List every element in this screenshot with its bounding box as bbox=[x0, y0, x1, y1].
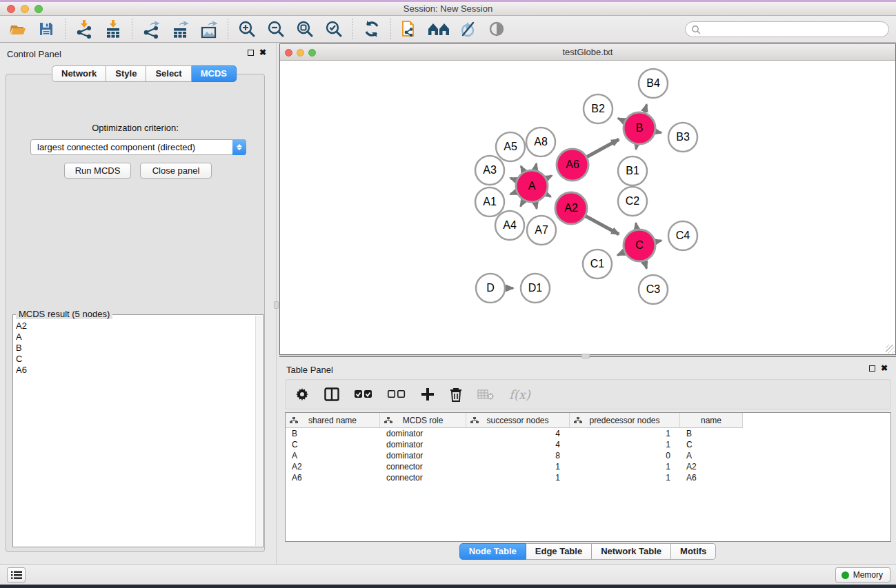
checked-boxes-icon bbox=[355, 390, 372, 398]
gear-icon bbox=[295, 387, 309, 401]
result-list-item[interactable]: B bbox=[16, 343, 253, 354]
export-image-icon bbox=[199, 19, 219, 39]
add-column-button[interactable] bbox=[421, 384, 435, 405]
edge-A2-C[interactable] bbox=[586, 216, 619, 234]
tab-node-table[interactable]: Node Table bbox=[459, 543, 526, 560]
refresh-view-button[interactable] bbox=[360, 18, 384, 40]
table-row[interactable]: Cdominator41C bbox=[286, 439, 890, 450]
tab-motifs[interactable]: Motifs bbox=[671, 543, 716, 560]
close-panel-button[interactable]: Close panel bbox=[140, 163, 212, 179]
table-divider-handle[interactable] bbox=[581, 354, 590, 358]
float-panel-icon[interactable] bbox=[248, 50, 254, 56]
function-builder-button[interactable]: f(x) bbox=[509, 384, 530, 405]
zoom-in-button[interactable] bbox=[235, 18, 259, 40]
edge-A-A7[interactable] bbox=[535, 202, 537, 208]
edge-B-B4[interactable] bbox=[644, 105, 647, 112]
edge-A-A1[interactable] bbox=[510, 192, 517, 194]
search-box[interactable] bbox=[685, 21, 889, 37]
table-row[interactable]: Adominator80A bbox=[286, 450, 890, 461]
show-task-history-button[interactable] bbox=[7, 567, 26, 582]
edge-B-B2[interactable] bbox=[618, 119, 624, 121]
edge-A-A6[interactable] bbox=[546, 176, 552, 179]
result-list-item[interactable]: A2 bbox=[16, 321, 253, 332]
minimize-window-icon[interactable] bbox=[21, 5, 29, 13]
edge-A-A3[interactable] bbox=[510, 178, 517, 180]
result-list-item[interactable]: A6 bbox=[16, 365, 253, 376]
tab-style[interactable]: Style bbox=[106, 65, 146, 82]
edge-C-C2[interactable] bbox=[636, 223, 637, 230]
copy-network-button[interactable] bbox=[398, 18, 421, 40]
edge-A-A2[interactable] bbox=[546, 194, 550, 197]
node-label-B3: B3 bbox=[676, 131, 690, 143]
table-cell: A bbox=[286, 450, 380, 461]
run-mcds-button[interactable]: Run MCDS bbox=[64, 163, 131, 179]
tab-network-table[interactable]: Network Table bbox=[592, 543, 671, 560]
edge-A-A5[interactable] bbox=[521, 166, 524, 172]
column-header-name[interactable]: name bbox=[680, 413, 743, 428]
result-list-item[interactable]: A bbox=[16, 332, 253, 343]
tab-network[interactable]: Network bbox=[52, 65, 106, 82]
edge-A6-B[interactable] bbox=[587, 139, 619, 156]
column-header-successor-nodes[interactable]: successor nodes bbox=[466, 413, 570, 428]
show-columns-button[interactable] bbox=[324, 384, 339, 405]
zoom-out-button[interactable] bbox=[264, 18, 288, 40]
table-cell: A2 bbox=[286, 461, 380, 472]
table-row[interactable]: A2connector11A2 bbox=[286, 461, 890, 472]
result-scrollbar[interactable] bbox=[255, 316, 262, 546]
edge-A-A4[interactable] bbox=[521, 201, 524, 206]
network-minimize-icon[interactable] bbox=[297, 49, 304, 57]
result-list-item[interactable]: C bbox=[16, 354, 253, 365]
home-views-button[interactable] bbox=[427, 18, 450, 40]
edge-B-B1[interactable] bbox=[636, 145, 637, 150]
tab-edge-table[interactable]: Edge Table bbox=[526, 543, 592, 560]
network-canvas[interactable]: B4B2BB3A5A8A6A3B1AA1C2A2A4A7C4CC1C3DD1 bbox=[280, 61, 895, 355]
show-hide-panels-button[interactable] bbox=[485, 18, 508, 40]
table-row[interactable]: Bdominator41B bbox=[286, 428, 890, 439]
open-session-button[interactable] bbox=[6, 18, 29, 40]
node-label-C4: C4 bbox=[676, 230, 690, 241]
resize-grip-icon[interactable] bbox=[886, 345, 895, 354]
close-window-icon[interactable] bbox=[7, 5, 15, 13]
delete-column-button[interactable] bbox=[450, 384, 462, 405]
mcds-result-box: MCDS result (5 nodes) A2ABCA6 bbox=[12, 314, 263, 547]
import-table-button[interactable] bbox=[101, 18, 125, 40]
column-header-shared-name[interactable]: shared name bbox=[286, 413, 380, 428]
zoom-selected-button[interactable] bbox=[322, 18, 346, 40]
close-panel-icon[interactable]: ✖ bbox=[259, 49, 266, 56]
edge-A-A8[interactable] bbox=[535, 163, 537, 170]
export-table-button[interactable] bbox=[168, 18, 192, 40]
column-header-predecessor-nodes[interactable]: predecessor nodes bbox=[570, 413, 680, 428]
network-close-icon[interactable] bbox=[285, 49, 292, 57]
deselect-all-rows-button[interactable] bbox=[388, 384, 406, 405]
network-maximize-icon[interactable] bbox=[308, 49, 316, 57]
table-row[interactable]: A6connector11A6 bbox=[286, 472, 890, 483]
export-image-button[interactable] bbox=[197, 18, 221, 40]
mcds-result-list[interactable]: A2ABCA6 bbox=[16, 321, 253, 544]
control-panel-title: Control Panel bbox=[7, 49, 61, 59]
select-all-rows-button[interactable] bbox=[355, 384, 372, 405]
optimization-criterion-select[interactable]: largest connected component (directed) bbox=[30, 139, 246, 155]
save-session-button[interactable] bbox=[34, 18, 58, 40]
hide-graphics-button[interactable] bbox=[456, 18, 479, 40]
edge-C-C4[interactable] bbox=[655, 241, 661, 242]
close-table-panel-icon[interactable]: ✖ bbox=[881, 365, 888, 372]
memory-button[interactable]: Memory bbox=[835, 567, 890, 582]
maximize-window-icon[interactable] bbox=[34, 5, 43, 13]
column-header-label: MCDS role bbox=[403, 416, 444, 425]
edge-C-C1[interactable] bbox=[617, 252, 624, 255]
export-network-button[interactable] bbox=[139, 18, 163, 40]
column-header-MCDS-role[interactable]: MCDS role bbox=[380, 413, 466, 428]
table-cell: B bbox=[680, 428, 743, 439]
search-input[interactable] bbox=[701, 25, 883, 34]
zoom-fit-button[interactable] bbox=[293, 18, 317, 40]
delete-table-button[interactable] bbox=[477, 384, 494, 405]
tab-select[interactable]: Select bbox=[146, 65, 191, 82]
table-settings-button[interactable] bbox=[295, 384, 309, 405]
panel-divider-handle[interactable] bbox=[274, 301, 279, 309]
tab-mcds[interactable]: MCDS bbox=[192, 65, 237, 82]
edge-C-C3[interactable] bbox=[644, 261, 646, 269]
node-table[interactable]: shared nameMCDS rolesuccessor nodesprede… bbox=[285, 412, 891, 542]
import-network-button[interactable] bbox=[72, 18, 96, 40]
edge-B-B3[interactable] bbox=[656, 132, 661, 133]
float-table-panel-icon[interactable] bbox=[869, 365, 875, 372]
